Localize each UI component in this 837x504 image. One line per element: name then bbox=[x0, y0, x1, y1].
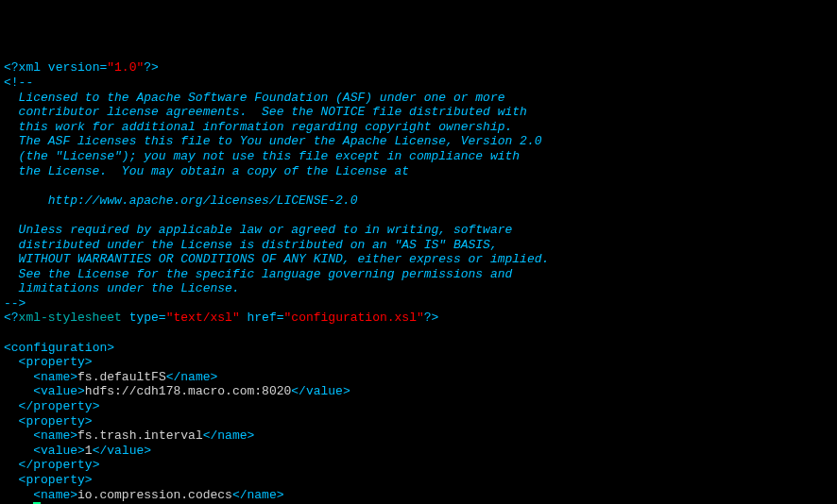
property-close: </property> bbox=[19, 399, 100, 413]
prop0-value: hdfs://cdh178.macro.com:8020 bbox=[85, 384, 291, 398]
prop1-value: 1 bbox=[85, 444, 93, 458]
prop1-name: fs.trash.interval bbox=[77, 428, 203, 443]
configuration-open: <configuration> bbox=[4, 341, 114, 355]
property-close: </property> bbox=[19, 458, 100, 472]
comment-open: <!-- bbox=[4, 76, 33, 90]
property-open: <property> bbox=[19, 473, 93, 487]
property-open: <property> bbox=[19, 355, 93, 369]
stylesheet-pi: <?xml-stylesheet type="text/xsl" href="c… bbox=[4, 311, 438, 325]
prop2-name: io.compression.codecs bbox=[77, 488, 232, 502]
property-open: <property> bbox=[19, 414, 93, 428]
code-content[interactable]: <?xml version="1.0"?> <!-- Licensed to t… bbox=[4, 60, 829, 504]
comment-body: Licensed to the Apache Software Foundati… bbox=[4, 91, 549, 296]
xml-decl: <?xml version="1.0"?> bbox=[4, 60, 159, 75]
prop0-name: fs.defaultFS bbox=[77, 370, 166, 384]
comment-close: --> bbox=[4, 296, 26, 311]
